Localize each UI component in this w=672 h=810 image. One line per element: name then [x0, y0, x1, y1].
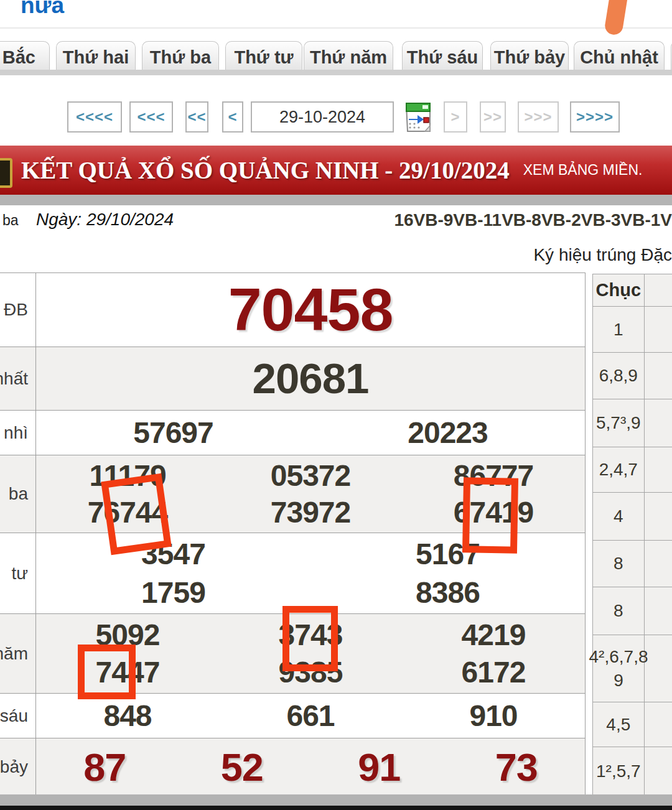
prize-label: tư — [0, 533, 36, 613]
so-cell: 1 — [645, 353, 672, 399]
prize-number: 3547 — [36, 537, 310, 571]
footer-gray-bar — [0, 794, 672, 806]
so-cell: 4 — [645, 493, 672, 540]
nav-back-button-3[interactable]: <<< — [129, 101, 173, 133]
orange-marker-stroke — [604, 0, 629, 36]
so-cell: 6 — [645, 587, 672, 635]
digit-table-row: 1²,5,79 — [593, 747, 672, 796]
draw-date-label: Ngày: 29/10/2024 — [36, 210, 174, 230]
prize-number: 1759 — [36, 575, 310, 610]
prize-row-ĐB: ĐB70458 — [0, 273, 585, 347]
chuc-cell: 4,5 — [593, 702, 645, 747]
tab-thứ-bảy[interactable]: Thứ bảy — [490, 41, 569, 73]
top-partial-link[interactable]: nữa — [21, 0, 64, 19]
chuc-cell: 8 — [593, 541, 645, 587]
digit-table-row: 2,4,73 — [593, 447, 672, 493]
tab-thứ-ba[interactable]: Thứ ba — [142, 41, 219, 73]
highlight-box — [462, 477, 518, 554]
so-cell: 2 — [645, 399, 672, 447]
banner-shadow-bar — [0, 195, 672, 205]
date-input[interactable]: 29-10-2024 — [251, 101, 394, 133]
highlight-box — [282, 606, 338, 671]
prize-number: 73972 — [219, 495, 402, 529]
prize-number: 4219 — [402, 618, 585, 652]
prize-number: 5167 — [310, 537, 585, 571]
nav-forward-button-4[interactable]: >>>> — [570, 101, 620, 133]
chuc-cell: 6,8,9 — [593, 353, 645, 399]
nav-forward-button-2[interactable]: >> — [480, 101, 506, 133]
nav-back-button-4[interactable]: <<<< — [67, 101, 122, 133]
prize-number: 70458 — [36, 275, 585, 345]
digit-table-header-row: ChụcSố — [593, 274, 672, 307]
so-cell: 8 — [645, 702, 672, 747]
highlight-box — [78, 645, 136, 699]
prize-number: 91 — [310, 745, 448, 789]
prize-number: 52 — [174, 745, 311, 789]
lottery-results-page: nữa n BắcThứ haiThứ baThứ tưThứ nămThứ s… — [0, 0, 672, 810]
digit-table-row: 85 — [593, 541, 672, 587]
digit-table-row: 44 — [593, 493, 672, 541]
digit-table-row: 4²,6,7,8 97 — [593, 635, 672, 702]
digit-table-row: 4,58 — [593, 702, 672, 747]
chuc-cell: 4 — [593, 493, 645, 540]
tab-thứ-sáu[interactable]: Thứ sáu — [402, 41, 483, 73]
tab-chủ-nhật[interactable]: Chủ nhật — [574, 41, 665, 73]
tab-thứ-hai[interactable]: Thứ hai — [56, 41, 136, 73]
prize-number: 910 — [402, 699, 585, 733]
highlight-box — [101, 473, 172, 555]
prize-label: nhì — [0, 411, 36, 455]
tab-thứ-tư[interactable]: Thứ tư — [225, 41, 302, 73]
so-cell: 3 — [645, 447, 672, 492]
results-banner: KẾT QUẢ XỔ SỐ QUẢNG NINH - 29/10/2024 XE… — [0, 146, 672, 195]
prize-number: 848 — [36, 699, 219, 733]
prize-number: 57697 — [36, 416, 310, 450]
view-region-link[interactable]: XEM BẢNG MIỀN. — [523, 162, 643, 179]
calendar-picker-icon[interactable] — [401, 100, 435, 134]
tab-n-bắc[interactable]: n Bắc — [0, 41, 50, 73]
ticket-codes: 16VB-9VB-11VB-8VB-2VB-3VB-1V — [394, 210, 672, 230]
digit-summary-table: ChụcSố106,8,915,7³,922,4,734485864²,6,7,… — [592, 274, 672, 796]
prize-number: 87 — [36, 745, 174, 789]
digit-table-row: 6,8,91 — [593, 353, 672, 399]
prize-number: 661 — [219, 699, 402, 733]
chuc-cell: 1²,5,7 — [593, 747, 645, 795]
prize-row-bảy: bảy87529173 — [0, 738, 585, 796]
prize-number: 05372 — [219, 459, 402, 493]
prize-number: 6172 — [402, 655, 585, 689]
chuc-cell: 2,4,7 — [593, 447, 645, 492]
digit-table-row: 5,7³,92 — [593, 399, 672, 447]
footer-black-bar — [0, 806, 672, 810]
site-logo-partial-icon — [0, 158, 12, 188]
prize-label: bảy — [0, 738, 36, 795]
weekday-partial-label: ba — [2, 212, 19, 229]
so-header: Số — [645, 274, 672, 306]
prize-row-nhất: nhất20681 — [0, 347, 585, 411]
special-sign-label: Ký hiệu trúng Đặc — [533, 245, 672, 265]
prize-row-nhì: nhì5769720223 — [0, 411, 585, 455]
nav-back-button-1[interactable]: < — [222, 101, 243, 133]
so-cell: 0 — [645, 307, 672, 352]
prize-row-sáu: sáu848661910 — [0, 694, 585, 738]
prize-label: nhất — [0, 347, 36, 410]
nav-forward-button-1[interactable]: > — [444, 101, 467, 133]
tab-thứ-năm[interactable]: Thứ năm — [304, 41, 393, 73]
chuc-cell: 1 — [593, 307, 645, 352]
so-cell: 5 — [645, 541, 672, 587]
banner-title: KẾT QUẢ XỔ SỐ QUẢNG NINH - 29/10/2024 — [21, 156, 510, 184]
nav-back-button-2[interactable]: << — [185, 101, 208, 133]
so-cell: 7 — [645, 635, 672, 702]
chuc-cell: 8 — [593, 587, 645, 635]
digit-table-row: 86 — [593, 587, 672, 635]
prize-label: ĐB — [0, 273, 36, 347]
chuc-cell: 4²,6,7,8 9 — [593, 635, 645, 702]
prize-number: 20223 — [310, 416, 585, 450]
digit-table-row: 10 — [593, 307, 672, 353]
chuc-header: Chục — [593, 274, 645, 306]
chuc-cell: 5,7³,9 — [593, 399, 645, 447]
tabbar-strip — [0, 70, 672, 75]
so-cell: 9 — [645, 747, 672, 795]
prize-number: 8386 — [310, 575, 585, 610]
nav-forward-button-3[interactable]: >>> — [518, 101, 559, 133]
prize-number: 73 — [448, 745, 586, 789]
prize-label: năm — [0, 614, 36, 693]
